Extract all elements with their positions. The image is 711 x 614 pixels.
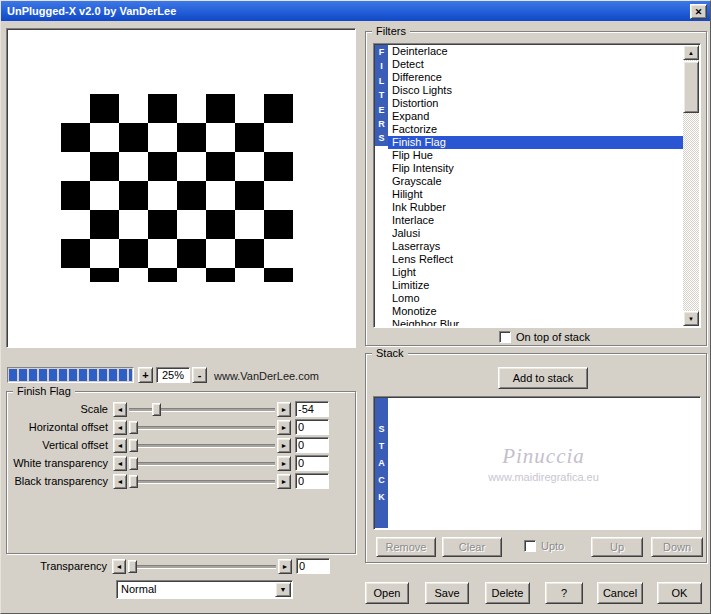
save-button[interactable]: Save	[425, 582, 469, 604]
help-button[interactable]: ?	[545, 582, 583, 604]
slider-value-input[interactable]	[295, 437, 329, 453]
close-button[interactable]: ✕	[690, 4, 707, 19]
progress-bar	[7, 367, 134, 383]
slider-label: Black transparency	[11, 475, 113, 487]
slider-thumb[interactable]	[129, 439, 138, 452]
transparency-row: Transparency◄►	[10, 558, 330, 576]
slider-increment-button[interactable]: ►	[277, 456, 291, 471]
filter-list-item[interactable]: Difference	[388, 71, 683, 84]
on-top-of-stack-checkbox[interactable]	[499, 331, 511, 343]
progress-bar-fill	[9, 369, 132, 381]
remove-button[interactable]: Remove	[376, 537, 436, 557]
stack-strip: STACK	[375, 398, 388, 528]
watermark-subtitle: www.maidiregrafica.eu	[488, 471, 599, 483]
slider-thumb[interactable]	[129, 421, 138, 434]
delete-button[interactable]: Delete	[485, 582, 530, 604]
slider-track[interactable]	[128, 559, 276, 574]
filters-items: DeinterlaceDetectDifferenceDisco LightsD…	[388, 45, 683, 326]
scroll-up-button[interactable]: ▲	[683, 45, 699, 60]
filters-listbox[interactable]: FILTERS DeinterlaceDetectDifferenceDisco…	[373, 43, 701, 328]
slider-decrement-button[interactable]: ◄	[113, 402, 127, 417]
watermark: Pinuccia www.maidiregrafica.eu	[388, 398, 699, 528]
blend-mode-combobox[interactable]: Normal ▼	[116, 580, 293, 599]
filter-list-item[interactable]: Jalusi	[388, 227, 683, 240]
slider-increment-button[interactable]: ►	[278, 559, 292, 574]
on-top-of-stack-label: On top of stack	[516, 331, 590, 343]
filters-scrollbar[interactable]: ▲ ▼	[683, 45, 699, 326]
ok-button[interactable]: OK	[657, 582, 702, 604]
filter-list-item[interactable]: Hilight	[388, 188, 683, 201]
down-button[interactable]: Down	[651, 537, 703, 557]
add-to-stack-button[interactable]: Add to stack	[498, 367, 588, 389]
filter-list-item[interactable]: Finish Flag	[388, 136, 683, 149]
up-button[interactable]: Up	[591, 537, 643, 557]
slider-value-input[interactable]	[295, 419, 329, 435]
filter-list-item[interactable]: Laserrays	[388, 240, 683, 253]
filter-list-item[interactable]: Deinterlace	[388, 45, 683, 58]
slider-label: White transparency	[11, 457, 113, 469]
slider-track[interactable]	[129, 456, 275, 471]
filter-list-item[interactable]: Interlace	[388, 214, 683, 227]
filters-group: Filters FILTERS DeinterlaceDetectDiffere…	[365, 31, 707, 346]
filter-list-item[interactable]: Flip Intensity	[388, 162, 683, 175]
zoom-in-button[interactable]: +	[138, 367, 153, 383]
filter-list-item[interactable]: Ink Rubber	[388, 201, 683, 214]
slider-decrement-button[interactable]: ◄	[113, 420, 127, 435]
filter-list-item[interactable]: Light	[388, 266, 683, 279]
slider-track[interactable]	[129, 402, 275, 417]
slider-value-input[interactable]	[295, 401, 329, 417]
filter-list-item[interactable]: Lomo	[388, 292, 683, 305]
filter-list-item[interactable]: Grayscale	[388, 175, 683, 188]
slider-decrement-button[interactable]: ◄	[113, 456, 127, 471]
filter-list-item[interactable]: Monotize	[388, 305, 683, 318]
slider-track[interactable]	[129, 438, 275, 453]
open-button[interactable]: Open	[365, 582, 409, 604]
filter-list-item[interactable]: Expand	[388, 110, 683, 123]
filters-group-label: Filters	[372, 25, 410, 38]
unplugged-x-dialog: UnPlugged-X v2.0 by VanDerLee ✕ + 25% - …	[0, 0, 711, 614]
slider-decrement-button[interactable]: ◄	[113, 438, 127, 453]
filter-list-item[interactable]: Distortion	[388, 97, 683, 110]
slider-value-input[interactable]	[295, 455, 329, 471]
clear-button[interactable]: Clear	[442, 537, 502, 557]
filters-strip: FILTERS	[375, 45, 388, 146]
slider-label: Horizontal offset	[11, 421, 113, 433]
vendor-website-link[interactable]: www.VanDerLee.com	[214, 370, 319, 382]
slider-thumb[interactable]	[128, 560, 137, 573]
slider-value-input[interactable]	[296, 558, 330, 574]
filter-list-item[interactable]: Lens Reflect	[388, 253, 683, 266]
slider-value-input[interactable]	[295, 473, 329, 489]
slider-increment-button[interactable]: ►	[277, 402, 291, 417]
chevron-down-icon: ▼	[280, 586, 287, 593]
window-title: UnPlugged-X v2.0 by VanDerLee	[7, 5, 176, 17]
filter-list-item[interactable]: Limitize	[388, 279, 683, 292]
slider-track[interactable]	[129, 420, 275, 435]
scroll-down-button[interactable]: ▼	[683, 311, 699, 326]
slider-thumb[interactable]	[129, 475, 138, 488]
filter-list-item[interactable]: Neighbor Blur	[388, 318, 683, 326]
slider-decrement-button[interactable]: ◄	[112, 559, 126, 574]
upto-checkbox[interactable]	[524, 540, 536, 552]
slider-increment-button[interactable]: ►	[277, 474, 291, 489]
slider-rows: Scale◄►Horizontal offset◄►Vertical offse…	[11, 401, 329, 491]
slider-decrement-button[interactable]: ◄	[113, 474, 127, 489]
slider-thumb[interactable]	[129, 457, 138, 470]
on-top-of-stack-row: On top of stack	[499, 331, 590, 343]
filter-list-item[interactable]: Detect	[388, 58, 683, 71]
slider-thumb[interactable]	[152, 403, 161, 416]
scrollbar-thumb[interactable]	[683, 61, 699, 113]
filter-list-item[interactable]: Flip Hue	[388, 149, 683, 162]
filter-list-item[interactable]: Factorize	[388, 123, 683, 136]
zoom-level-display: 25%	[156, 367, 190, 383]
stack-listbox[interactable]: STACK Pinuccia www.maidiregrafica.eu	[373, 396, 701, 530]
filter-list-item[interactable]: Disco Lights	[388, 84, 683, 97]
zoom-out-button[interactable]: -	[192, 367, 207, 383]
slider-increment-button[interactable]: ►	[277, 438, 291, 453]
preview-pane[interactable]	[6, 28, 356, 348]
slider-track[interactable]	[129, 474, 275, 489]
slider-label: Transparency	[10, 560, 112, 572]
slider-increment-button[interactable]: ►	[277, 420, 291, 435]
upto-row: Upto	[524, 540, 564, 552]
combobox-dropdown-button[interactable]: ▼	[275, 582, 291, 597]
cancel-button[interactable]: Cancel	[597, 582, 643, 604]
